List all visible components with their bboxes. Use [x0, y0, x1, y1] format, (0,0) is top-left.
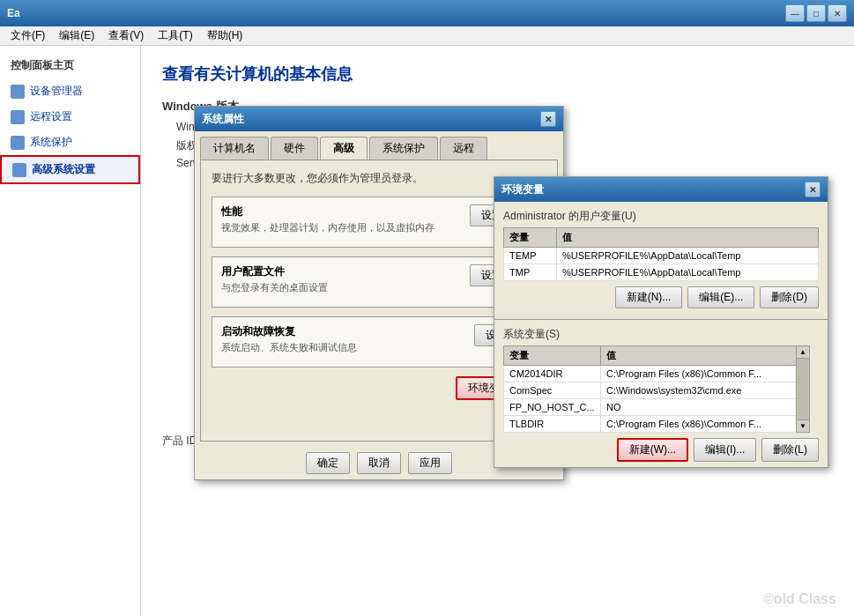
sidebar-title: 控制面板主页 [0, 53, 140, 78]
minimize-button[interactable]: — [785, 4, 805, 22]
apply-button[interactable]: 应用 [408, 452, 452, 474]
page-title: 查看有关计算机的基本信息 [162, 63, 833, 85]
menu-help[interactable]: 帮助(H) [200, 26, 250, 45]
sidebar-item-system-protection-label: 系统保护 [30, 135, 72, 150]
sidebar-item-remote-settings-label: 远程设置 [30, 109, 72, 124]
dialog-env-close[interactable]: ✕ [805, 182, 821, 197]
sys-delete-btn[interactable]: 删除(L) [761, 438, 819, 462]
tab-advanced[interactable]: 高级 [320, 137, 368, 160]
scroll-thumb[interactable] [797, 359, 809, 419]
user-vars-table: 变量 值 TEMP %USERPROFILE%\AppData\Local\Te… [503, 227, 819, 281]
menu-bar: 文件(F) 编辑(E) 查看(V) 工具(T) 帮助(H) [0, 26, 854, 46]
advanced-settings-icon [12, 163, 26, 177]
user-new-btn[interactable]: 新建(N)... [615, 286, 683, 308]
ok-button[interactable]: 确定 [306, 452, 350, 474]
sidebar-item-advanced-settings-label: 高级系统设置 [32, 162, 95, 177]
user-var-name-0: TEMP [504, 248, 557, 264]
user-var-row-1[interactable]: TMP %USERPROFILE%\AppData\Local\Temp [504, 264, 819, 281]
dialog-system-props-title: 系统属性 [202, 112, 540, 127]
cancel-button[interactable]: 取消 [357, 452, 401, 474]
tab-remote[interactable]: 远程 [440, 137, 487, 160]
user-profile-desc: 与您登录有关的桌面设置 [221, 281, 328, 294]
performance-desc: 视觉效果，处理器计划，内存使用，以及虚拟内存 [221, 221, 434, 234]
dialog-system-props-title-bar: 系统属性 ✕ [195, 107, 563, 131]
dialog-env-title-bar: 环境变量 ✕ [494, 177, 828, 202]
title-bar: Ea — □ ✕ [0, 0, 854, 26]
user-vars-btn-row: 新建(N)... 编辑(E)... 删除(D) [494, 281, 828, 314]
user-col-value: 值 [557, 228, 819, 248]
user-var-value-1: %USERPROFILE%\AppData\Local\Temp [557, 264, 819, 281]
startup-recovery-desc: 系统启动、系统失败和调试信息 [221, 341, 357, 354]
sys-var-name-0: CM2014DIR [504, 366, 601, 382]
sys-vars-title: 系统变量(S) [503, 327, 819, 342]
menu-view[interactable]: 查看(V) [101, 26, 151, 45]
scroll-down-arrow[interactable]: ▼ [797, 419, 809, 432]
device-manager-icon [11, 85, 25, 99]
user-profile-title: 用户配置文件 [221, 264, 328, 279]
sys-var-value-2: NO [601, 399, 804, 416]
sidebar-item-device-manager[interactable]: 设备管理器 [0, 78, 140, 104]
dialog-env-vars: 环境变量 ✕ Administrator 的用户变量(U) 变量 值 TEMP … [494, 176, 828, 468]
sys-var-name-2: FP_NO_HOST_C... [504, 399, 601, 416]
tab-computer-name[interactable]: 计算机名 [200, 137, 269, 160]
user-edit-btn[interactable]: 编辑(E)... [687, 286, 754, 308]
user-col-name: 变量 [504, 228, 557, 248]
user-var-value-0: %USERPROFILE%\AppData\Local\Temp [557, 248, 819, 264]
menu-tools[interactable]: 工具(T) [151, 26, 199, 45]
system-protection-icon [11, 136, 25, 150]
tab-hardware[interactable]: 硬件 [271, 137, 318, 160]
sys-vars-table-wrapper: 变量 值 CM2014DIR C:\Program Files (x86)\Co… [503, 345, 819, 433]
user-vars-table-wrapper: 变量 值 TEMP %USERPROFILE%\AppData\Local\Te… [503, 227, 819, 281]
sidebar: 控制面板主页 设备管理器 远程设置 系统保护 高级系统设置 [0, 46, 141, 616]
sys-vars-table: 变量 值 CM2014DIR C:\Program Files (x86)\Co… [503, 345, 804, 433]
env-divider [494, 319, 828, 320]
dialog-env-title: 环境变量 [501, 182, 805, 197]
sidebar-item-remote-settings[interactable]: 远程设置 [0, 104, 140, 130]
sys-vars-scrollbar[interactable]: ▲ ▼ [796, 345, 810, 433]
sys-var-name-1: ComSpec [504, 382, 601, 399]
user-vars-title: Administrator 的用户变量(U) [503, 209, 819, 224]
maximize-button[interactable]: □ [806, 4, 826, 22]
close-button[interactable]: ✕ [828, 4, 847, 22]
sys-var-value-1: C:\Windows\system32\cmd.exe [601, 382, 804, 399]
sys-var-name-3: TLBDIR [504, 416, 601, 433]
user-var-name-1: TMP [504, 264, 557, 281]
watermark: ©old Class [763, 591, 836, 607]
sidebar-item-system-protection[interactable]: 系统保护 [0, 130, 140, 155]
sys-new-btn[interactable]: 新建(W)... [617, 438, 688, 462]
title-bar-buttons: — □ ✕ [785, 4, 847, 22]
title-bar-text: Ea [7, 7, 785, 19]
sys-var-row-2[interactable]: FP_NO_HOST_C... NO [504, 399, 804, 416]
sys-var-row-3[interactable]: TLBDIR C:\Program Files (x86)\Common F..… [504, 416, 804, 433]
tab-system-protection[interactable]: 系统保护 [369, 137, 438, 160]
menu-edit[interactable]: 编辑(E) [52, 26, 101, 45]
sys-var-row-1[interactable]: ComSpec C:\Windows\system32\cmd.exe [504, 382, 804, 399]
sys-vars-btn-row: 新建(W)... 编辑(I)... 删除(L) [494, 433, 828, 467]
sidebar-item-device-manager-label: 设备管理器 [30, 84, 83, 99]
performance-title: 性能 [221, 204, 434, 219]
dialog-system-props-close[interactable]: ✕ [540, 111, 556, 127]
sys-col-name: 变量 [504, 346, 601, 366]
sidebar-item-advanced-settings[interactable]: 高级系统设置 [0, 155, 140, 184]
sys-col-value: 值 [601, 346, 804, 366]
menu-file[interactable]: 文件(F) [4, 26, 52, 45]
sys-edit-btn[interactable]: 编辑(I)... [694, 438, 756, 462]
remote-settings-icon [11, 110, 25, 124]
scroll-up-arrow[interactable]: ▲ [797, 346, 809, 359]
sys-var-value-3: C:\Program Files (x86)\Common F... [601, 416, 804, 433]
user-var-row-0[interactable]: TEMP %USERPROFILE%\AppData\Local\Temp [504, 248, 819, 264]
sys-var-value-0: C:\Program Files (x86)\Common F... [601, 366, 804, 382]
sys-var-row-0[interactable]: CM2014DIR C:\Program Files (x86)\Common … [504, 366, 804, 382]
tab-bar: 计算机名 硬件 高级 系统保护 远程 [195, 131, 563, 160]
startup-recovery-title: 启动和故障恢复 [221, 324, 357, 339]
user-delete-btn[interactable]: 删除(D) [760, 286, 819, 308]
